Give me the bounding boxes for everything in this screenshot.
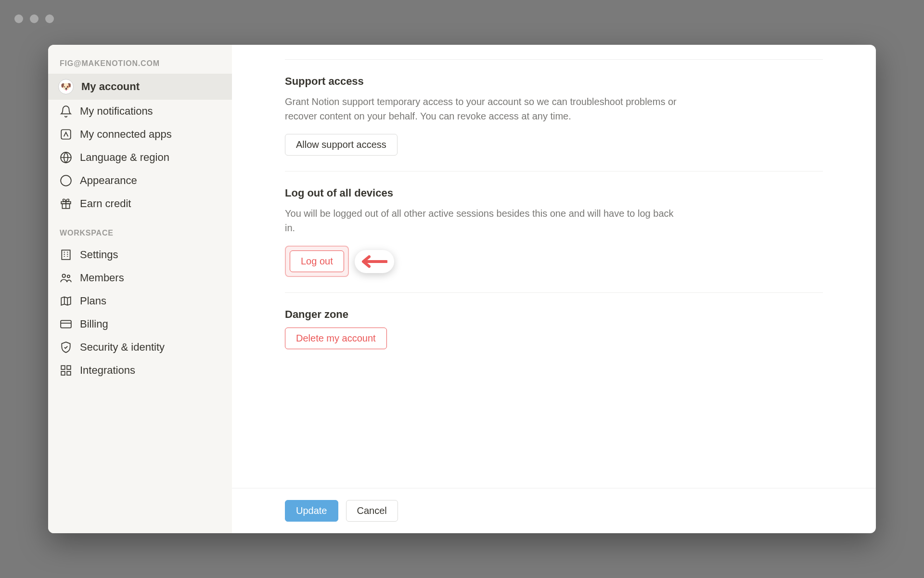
svg-rect-0: [61, 130, 71, 139]
logout-highlight: Log out: [285, 246, 349, 277]
sidebar-item-label: Earn credit: [80, 197, 131, 210]
sidebar-item-label: Members: [80, 272, 124, 284]
app-icon: [60, 128, 72, 141]
sidebar-item-settings[interactable]: Settings: [48, 243, 232, 266]
sidebar-item-label: Billing: [80, 318, 108, 330]
support-access-title: Support access: [285, 75, 823, 88]
map-icon: [60, 295, 72, 307]
settings-sidebar: FIG@MAKENOTION.COM 🐶 My account My notif…: [48, 45, 232, 533]
settings-content: Support access Grant Notion support temp…: [232, 45, 876, 533]
svg-point-6: [62, 274, 65, 277]
maximize-window-icon[interactable]: [45, 14, 54, 23]
bell-icon: [60, 105, 72, 118]
arrow-left-icon: [361, 255, 387, 268]
sidebar-workspace-header: WORKSPACE: [48, 215, 232, 243]
sidebar-item-integrations[interactable]: Integrations: [48, 359, 232, 382]
sidebar-account-header: FIG@MAKENOTION.COM: [48, 59, 232, 74]
sidebar-item-members[interactable]: Members: [48, 266, 232, 289]
shield-icon: [60, 341, 72, 354]
sidebar-item-appearance[interactable]: Appearance: [48, 169, 232, 192]
logout-title: Log out of all devices: [285, 187, 823, 199]
card-icon: [60, 318, 72, 330]
building-icon: [60, 249, 72, 261]
gift-icon: [60, 197, 72, 210]
delete-account-button[interactable]: Delete my account: [285, 328, 387, 349]
sidebar-item-label: Integrations: [80, 364, 135, 377]
cancel-button[interactable]: Cancel: [346, 500, 398, 522]
sidebar-item-label: Appearance: [80, 174, 137, 187]
sidebar-item-label: Security & identity: [80, 341, 165, 354]
svg-rect-12: [67, 371, 71, 375]
content-scroll: Support access Grant Notion support temp…: [232, 45, 876, 488]
sidebar-item-security[interactable]: Security & identity: [48, 336, 232, 359]
svg-rect-9: [61, 366, 65, 369]
traffic-lights: [14, 14, 54, 23]
svg-rect-10: [67, 366, 71, 369]
danger-zone-title: Danger zone: [285, 308, 823, 321]
log-out-button[interactable]: Log out: [290, 250, 344, 272]
logout-section: Log out of all devices You will be logge…: [285, 171, 823, 292]
close-window-icon[interactable]: [14, 14, 23, 23]
sidebar-item-label: Settings: [80, 249, 118, 261]
people-icon: [60, 272, 72, 284]
moon-icon: [60, 174, 72, 187]
danger-zone-section: Danger zone Delete my account: [285, 292, 823, 365]
sidebar-item-label: My connected apps: [80, 128, 172, 141]
sidebar-item-my-account[interactable]: 🐶 My account: [48, 74, 232, 100]
window-frame: FIG@MAKENOTION.COM 🐶 My account My notif…: [0, 0, 924, 578]
allow-support-access-button[interactable]: Allow support access: [285, 134, 398, 156]
annotation-arrow: [355, 250, 394, 273]
sidebar-item-earn-credit[interactable]: Earn credit: [48, 192, 232, 215]
globe-icon: [60, 151, 72, 164]
minimize-window-icon[interactable]: [30, 14, 38, 23]
settings-modal: FIG@MAKENOTION.COM 🐶 My account My notif…: [48, 45, 876, 533]
sidebar-item-label: My notifications: [80, 105, 153, 118]
svg-rect-8: [61, 320, 71, 328]
svg-point-7: [67, 275, 70, 277]
svg-point-2: [61, 175, 71, 186]
svg-rect-11: [61, 371, 65, 375]
sidebar-item-my-notifications[interactable]: My notifications: [48, 100, 232, 123]
sidebar-item-language-region[interactable]: Language & region: [48, 146, 232, 169]
sidebar-item-label: Plans: [80, 295, 106, 307]
sidebar-item-label: My account: [81, 80, 140, 93]
settings-footer: Update Cancel: [232, 488, 876, 533]
support-access-desc: Grant Notion support temporary access to…: [285, 94, 680, 123]
sidebar-item-label: Language & region: [80, 151, 169, 164]
update-button[interactable]: Update: [285, 500, 338, 522]
sidebar-item-connected-apps[interactable]: My connected apps: [48, 123, 232, 146]
sidebar-item-plans[interactable]: Plans: [48, 289, 232, 313]
support-access-section: Support access Grant Notion support temp…: [285, 60, 823, 171]
grid-icon: [60, 364, 72, 377]
avatar-icon: 🐶: [58, 79, 74, 94]
logout-desc: You will be logged out of all other acti…: [285, 206, 680, 235]
svg-rect-5: [62, 250, 70, 260]
sidebar-item-billing[interactable]: Billing: [48, 313, 232, 336]
